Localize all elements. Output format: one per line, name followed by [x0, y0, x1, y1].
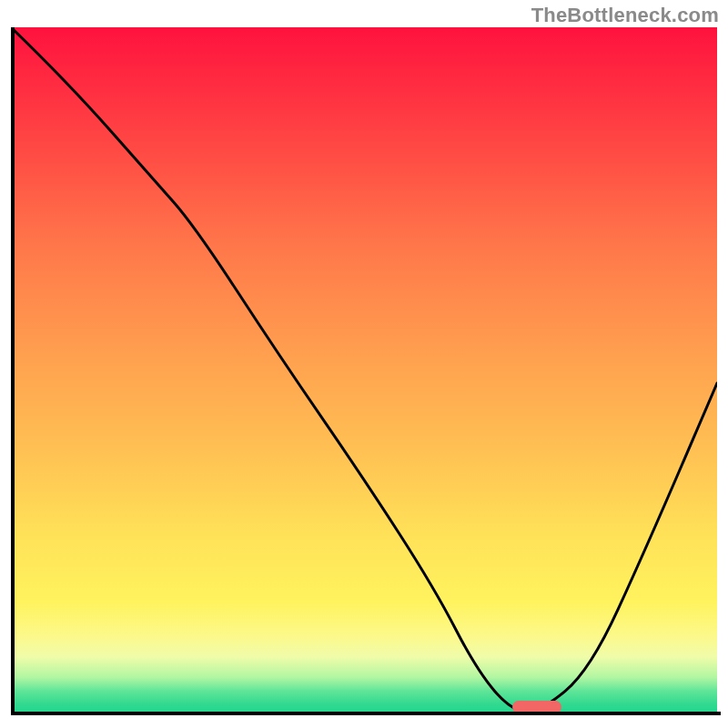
- y-axis-line: [11, 27, 15, 715]
- chart-container: TheBottleneck.com: [0, 0, 728, 728]
- bottleneck-curve: [11, 27, 717, 712]
- optimal-range-marker: [512, 701, 561, 712]
- x-axis-line: [11, 712, 721, 715]
- plot-area: [11, 27, 717, 712]
- attribution-text: TheBottleneck.com: [531, 4, 719, 27]
